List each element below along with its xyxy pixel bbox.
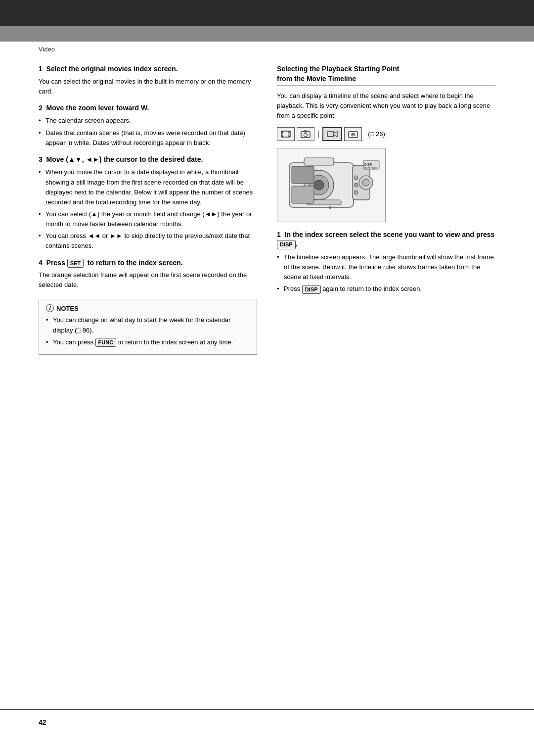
page-ref: (□ 26) [368,130,385,138]
right-column: Selecting the Playback Starting Point fr… [277,64,495,355]
func-key: FUNC [95,338,117,347]
step-1-number: 1 [39,65,43,73]
left-column: 1 Select the original movies index scree… [39,64,257,355]
step-1-heading-text: Select the original movies index screen. [46,65,178,73]
camera-svg: DISP. BATT./INFO 8 [279,150,383,220]
svg-rect-10 [327,132,334,137]
icon-photo [297,127,314,141]
notes-item-1: You can change on what day to start the … [46,315,250,335]
video-label: Video [39,46,55,53]
top-bar [0,0,534,26]
step-1: 1 Select the original movies index scree… [39,64,257,96]
svg-rect-31 [292,186,314,203]
step-1-heading: 1 Select the original movies index scree… [39,64,257,74]
notes-section: i NOTES You can change on what day to st… [39,299,257,354]
step-2: 2 Move the zoom lever toward W. The cale… [39,103,257,148]
svg-point-26 [362,179,369,186]
step-3-bullet-1: When you move the cursor to a date displ… [39,167,257,207]
svg-point-29 [354,190,358,194]
step-4-number: 4 [39,259,43,267]
svg-point-27 [354,176,358,180]
step-3-bullets: When you move the cursor to a date displ… [39,167,257,251]
step-4: 4 Press SET to return to the index scree… [39,258,257,290]
right-intro: You can display a timeline of the scene … [277,91,495,121]
notes-label: NOTES [56,305,79,312]
icon-row: | (□ 26) [277,127,495,141]
step-3-number: 3 [39,155,43,163]
right-step-1-bullet-1: The timeline screen appears. The large t… [277,252,495,282]
right-step-1: 1 In the index screen select the scene y… [277,230,495,294]
icon-video-film [277,127,295,141]
step-3: 3 Move (▲▼, ◄►) the cursor to the desire… [39,155,257,251]
right-step-1-heading: 1 In the index screen select the scene y… [277,230,495,249]
disp-key-again: DISP [302,285,321,294]
step-4-heading-suffix: to return to the index screen. [88,259,183,267]
video-rec-icon [327,130,338,139]
step-4-body: The orange selection frame will appear o… [39,270,257,290]
set-key: SET [67,259,84,268]
notes-title: i NOTES [46,304,250,312]
extra-icon [348,130,358,139]
notes-icon: i [46,304,54,312]
disp-key-heading: DISP [277,240,296,249]
page-number: 42 [39,718,46,726]
step-2-bullet-2: Dates that contain scenes (that is, movi… [39,128,257,148]
camera-icon [301,130,311,139]
svg-rect-19 [304,158,334,165]
step-3-bullet-3: You can press ◄◄ or ►► to skip directly … [39,231,257,251]
icon-extra [344,127,362,141]
svg-marker-11 [334,132,337,137]
notes-item-2: You can press FUNC to return to the inde… [46,337,250,347]
section-bar [0,26,534,42]
right-step-1-bullets: The timeline screen appears. The large t… [277,252,495,294]
step-3-heading-text: Move (▲▼, ◄►) the cursor to the desired … [46,155,203,163]
step-1-body: You can select the original movies in th… [39,77,257,96]
right-section-heading: Selecting the Playback Starting Point fr… [277,64,495,86]
camera-diagram: DISP. BATT./INFO 8 [277,148,386,222]
icon-separator-1: | [317,130,319,139]
bottom-line [0,709,534,710]
svg-point-9 [304,133,308,137]
step-3-heading: 3 Move (▲▼, ◄►) the cursor to the desire… [39,155,257,165]
svg-text:DISP.: DISP. [364,163,372,166]
svg-rect-21 [292,166,314,184]
step-3-bullet-2: You can select (▲) the year or month fie… [39,209,257,229]
svg-point-28 [354,183,358,187]
svg-point-18 [314,180,324,190]
step-2-bullet-1: The calendar screen appears. [39,116,257,126]
step-2-heading: 2 Move the zoom lever toward W. [39,103,257,113]
svg-text:BATT./INFO: BATT./INFO [364,167,378,170]
step-2-bullets: The calendar screen appears. Dates that … [39,116,257,147]
right-step-1-number: 1 [277,231,281,238]
notes-list: You can change on what day to start the … [46,315,250,347]
step-4-heading: 4 Press SET to return to the index scree… [39,258,257,268]
step-2-number: 2 [39,104,43,112]
film-icon [281,130,291,139]
main-content: 1 Select the original movies index scree… [0,64,534,355]
right-step-1-bullet-2: Press DISP again to return to the index … [277,284,495,294]
step-2-heading-text: Move the zoom lever toward W. [46,104,149,112]
right-heading-line2: from the Movie Timeline [277,75,356,83]
svg-text:8: 8 [329,205,331,210]
icon-video-rec [322,127,342,141]
bottom-bar: 42 [0,709,534,726]
right-heading-line1: Selecting the Playback Starting Point [277,65,399,73]
